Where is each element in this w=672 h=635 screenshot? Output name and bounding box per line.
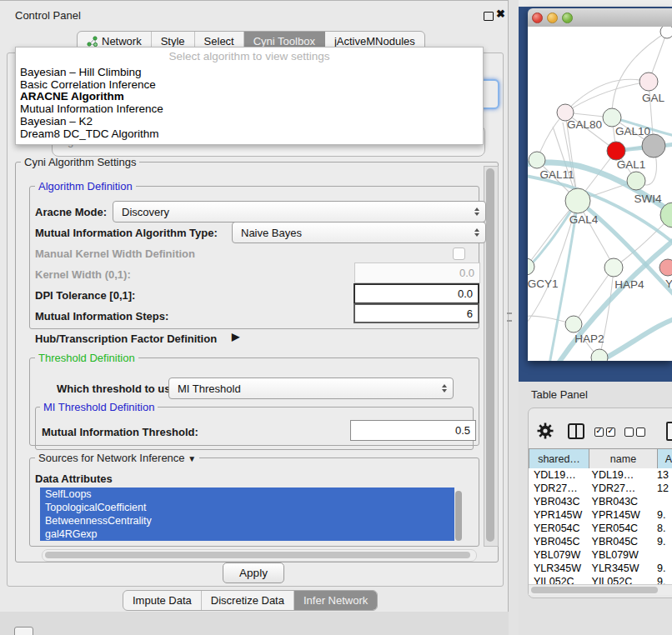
column-header[interactable]: shared… bbox=[529, 449, 589, 468]
network-window-titlebar[interactable] bbox=[528, 8, 672, 28]
network-node[interactable] bbox=[659, 259, 672, 276]
table-row[interactable]: YER054CYER054C8. bbox=[529, 522, 672, 535]
minimize-traffic-light-icon[interactable] bbox=[547, 12, 558, 23]
table-cell: YER054C bbox=[587, 522, 653, 534]
table-cell: YDR27… bbox=[529, 482, 587, 494]
network-node[interactable] bbox=[639, 72, 658, 91]
tab-infer-network[interactable]: Infer Network bbox=[294, 591, 377, 610]
network-node[interactable] bbox=[603, 108, 621, 127]
network-node[interactable] bbox=[565, 316, 582, 332]
table-cell: 8. bbox=[652, 522, 672, 534]
table-cell: YIL052C bbox=[587, 576, 653, 584]
node-label: GAL4 bbox=[569, 213, 599, 226]
mi-threshold-input[interactable]: 0.5 bbox=[350, 420, 476, 441]
dpi-tolerance-input[interactable]: 0.0 bbox=[354, 283, 479, 304]
algorithm-dropdown-popup: Select algorithm to view settings Bayesi… bbox=[15, 47, 484, 145]
settings-group-title: Cyni Algorithm Settings bbox=[21, 156, 139, 168]
sources-group-title[interactable]: Sources for Network Inference ▼ bbox=[35, 452, 199, 464]
tab-discretize-data[interactable]: Discretize Data bbox=[202, 591, 294, 610]
sources-title-text: Sources for Network Inference bbox=[38, 452, 185, 464]
apply-button[interactable]: Apply bbox=[223, 562, 284, 583]
scrollbar-thumb[interactable] bbox=[531, 587, 658, 593]
column-header[interactable]: A bbox=[658, 449, 672, 468]
node-label: HAP4 bbox=[614, 278, 644, 291]
table-row[interactable]: YDR27…YDR27…12 bbox=[529, 482, 672, 495]
which-threshold-select[interactable]: MI Threshold bbox=[168, 378, 454, 399]
data-attributes-list[interactable]: SelfLoopsTopologicalCoefficientBetweenne… bbox=[40, 488, 454, 541]
table-row[interactable]: YBR045CYBR045C9. bbox=[529, 535, 672, 548]
network-node[interactable] bbox=[660, 27, 672, 38]
table-cell: YER054C bbox=[529, 522, 587, 534]
zoom-traffic-light-icon[interactable] bbox=[562, 12, 573, 23]
aracne-mode-value: Discovery bbox=[122, 206, 169, 218]
table-cell: YBR045C bbox=[587, 536, 653, 548]
stepper-arrows-icon bbox=[474, 208, 479, 216]
table-row[interactable]: YBL079WYBL079W bbox=[529, 548, 672, 562]
tab-label: Infer Network bbox=[303, 594, 368, 607]
checked-box-icon[interactable] bbox=[594, 428, 604, 437]
settings-horizontal-scrollbar[interactable] bbox=[42, 549, 477, 562]
table-cell: YPR145W bbox=[587, 509, 653, 521]
network-node[interactable] bbox=[565, 188, 590, 213]
bottom-tab-bar: Impute DataDiscretize DataInfer Network bbox=[123, 590, 378, 611]
table-row[interactable]: YPR145WYPR145W9. bbox=[529, 508, 672, 522]
divider-handle-icon[interactable] bbox=[507, 312, 512, 322]
table-cell: YLR345W bbox=[529, 562, 587, 574]
threshold-definition-title: Threshold Definition bbox=[35, 352, 138, 364]
unchecked-box-icon[interactable] bbox=[624, 428, 634, 437]
algorithm-option[interactable]: Bayesian – K2 bbox=[20, 116, 479, 128]
table-row[interactable]: YDL19…YDL19…13 bbox=[529, 468, 672, 482]
table-cell: YDR27… bbox=[587, 482, 653, 494]
algorithm-option[interactable]: Bayesian – Hill Climbing bbox=[20, 67, 479, 79]
column-header[interactable]: name bbox=[589, 449, 658, 468]
collapse-arrow-icon[interactable]: ▼ bbox=[188, 454, 196, 463]
network-node[interactable] bbox=[642, 134, 665, 158]
network-canvas[interactable]: GALGAL80GAL10GAL1GAL11SWI4GAL4GCY1HAP4YH… bbox=[528, 27, 672, 361]
list-scrollbar-thumb[interactable] bbox=[455, 491, 462, 541]
close-icon[interactable]: ✖ bbox=[496, 8, 505, 20]
table-cell: 9. bbox=[652, 509, 672, 521]
network-node[interactable] bbox=[604, 258, 623, 277]
algorithm-option[interactable]: Mutual Information Inference bbox=[20, 103, 479, 116]
stepper-arrows-icon bbox=[442, 384, 447, 392]
table-row[interactable]: YBR043CYBR043C bbox=[529, 495, 672, 508]
table-cell: YBR043C bbox=[529, 496, 587, 508]
tab-impute-data[interactable]: Impute Data bbox=[123, 591, 202, 610]
network-node[interactable] bbox=[529, 152, 545, 168]
algorithm-option[interactable]: Dream8 DC_TDC Algorithm bbox=[20, 128, 479, 141]
expand-arrow-icon[interactable]: ▶ bbox=[232, 331, 239, 342]
table-row[interactable]: YIL052CYIL052C9. bbox=[529, 575, 672, 584]
algorithm-option[interactable]: ARACNE Algorithm bbox=[20, 91, 479, 103]
gear-icon[interactable] bbox=[537, 422, 554, 442]
document-icon[interactable] bbox=[666, 422, 672, 441]
attribute-item[interactable]: TopologicalCoefficient bbox=[40, 501, 454, 514]
mi-steps-input[interactable]: 6 bbox=[354, 303, 479, 323]
checked-box-icon[interactable] bbox=[606, 428, 615, 437]
hub-definition-label[interactable]: Hub/Transcription Factor Definition bbox=[35, 332, 217, 345]
network-window: GALGAL80GAL10GAL1GAL11SWI4GAL4GCY1HAP4YH… bbox=[528, 8, 672, 361]
minimized-panel-icon[interactable] bbox=[14, 627, 33, 635]
mi-algorithm-type-select[interactable]: Naive Bayes bbox=[232, 222, 486, 243]
table-cell: 9. bbox=[652, 562, 672, 574]
mi-threshold-group-title: MI Threshold Definition bbox=[40, 401, 158, 413]
attribute-item[interactable]: gal4RGexp bbox=[40, 528, 454, 541]
kernel-width-input[interactable]: 0.0 bbox=[354, 262, 480, 283]
table-cell: YBR045C bbox=[529, 536, 587, 548]
scrollbar-thumb[interactable] bbox=[486, 168, 494, 542]
attribute-item[interactable]: SelfLoops bbox=[40, 488, 454, 501]
scrollbar-thumb[interactable] bbox=[45, 552, 470, 558]
table-row[interactable]: YLR345WYLR345W9. bbox=[529, 562, 672, 575]
algorithm-option[interactable]: Basic Correlation Inference bbox=[20, 79, 479, 92]
network-node[interactable] bbox=[607, 142, 625, 160]
table-cell: 12 bbox=[652, 482, 672, 494]
node-label: HAP2 bbox=[574, 332, 604, 345]
table-horizontal-scrollbar[interactable] bbox=[529, 584, 672, 595]
close-traffic-light-icon[interactable] bbox=[532, 12, 543, 23]
manual-kernel-width-checkbox[interactable] bbox=[453, 248, 465, 260]
unchecked-box-icon[interactable] bbox=[636, 428, 645, 437]
aracne-mode-select[interactable]: Discovery bbox=[113, 201, 486, 222]
split-columns-icon[interactable] bbox=[568, 423, 584, 439]
float-window-icon[interactable] bbox=[484, 12, 494, 21]
attribute-item[interactable]: BetweennessCentrality bbox=[40, 514, 454, 528]
network-node[interactable] bbox=[627, 172, 645, 190]
